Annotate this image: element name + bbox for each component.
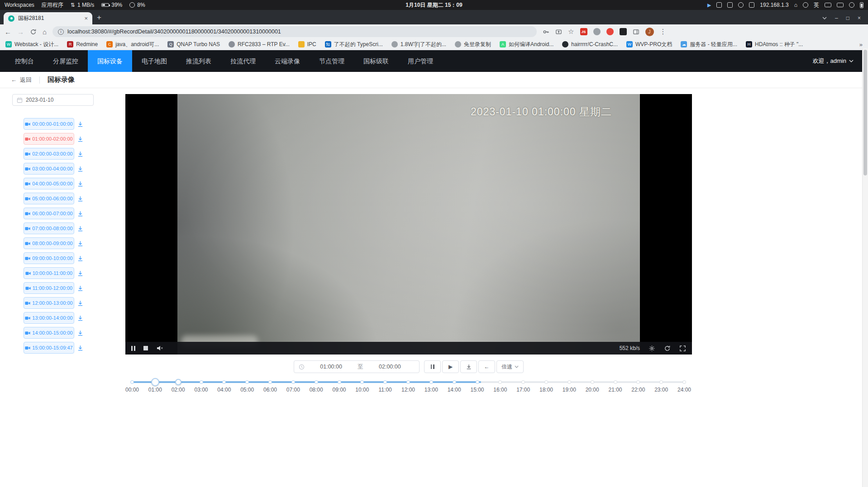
segment-download-icon[interactable] <box>77 330 84 336</box>
side-panel-icon[interactable] <box>633 28 639 35</box>
nav-item[interactable]: 云端录像 <box>265 50 310 72</box>
volume-icon[interactable] <box>849 2 854 8</box>
range-end-time[interactable]: 02:00:00 <box>365 364 415 370</box>
bookmark-item[interactable]: ☁ 服务器 - 轻量应用... <box>681 41 737 48</box>
segment-button[interactable]: 02:00:00-03:00:00 <box>24 148 74 160</box>
bookmark-item[interactable]: A 如何编译Android... <box>500 41 553 48</box>
workspaces-button[interactable]: Workspaces <box>5 2 34 8</box>
tab-close-icon[interactable]: × <box>84 15 88 22</box>
browser-tab[interactable]: 国标28181 × <box>4 12 92 24</box>
timeline-hour-dot[interactable] <box>406 380 410 384</box>
fullscreen-icon[interactable] <box>679 345 686 352</box>
segment-download-icon[interactable] <box>77 151 84 157</box>
timeline-hour-dot[interactable] <box>636 380 640 384</box>
bookmark-item[interactable]: W Webstack - 设计... <box>5 41 58 48</box>
timeline-hour-dot[interactable] <box>591 380 594 384</box>
segment-download-icon[interactable] <box>77 300 84 307</box>
timeline-handle[interactable] <box>151 378 159 386</box>
nav-item[interactable]: 分屏监控 <box>43 50 88 72</box>
tab-search-icon[interactable] <box>822 17 827 19</box>
segment-button[interactable]: 01:00:00-02:00:00 <box>24 133 74 145</box>
window-minimize-button[interactable]: – <box>835 15 838 21</box>
segment-download-icon[interactable] <box>77 195 84 202</box>
timeline-hour-dot[interactable] <box>568 380 571 384</box>
ip-address[interactable]: 192.168.1.3 <box>760 2 788 8</box>
segment-download-icon[interactable] <box>77 285 84 292</box>
recorder-icon[interactable] <box>738 2 744 8</box>
segment-download-icon[interactable] <box>77 345 84 351</box>
nav-item[interactable]: 用户管理 <box>398 50 443 72</box>
bookmark-item[interactable]: R Redmine <box>67 41 98 47</box>
segment-button[interactable]: 08:00:00-09:00:00 <box>24 237 74 249</box>
timeline-hour-dot[interactable] <box>498 380 502 384</box>
clock[interactable]: 1月10日 星期二 15：09 <box>405 1 462 9</box>
share-icon[interactable] <box>555 28 562 35</box>
bookmark-item[interactable]: 免登录复制 <box>455 41 491 48</box>
segment-download-icon[interactable] <box>77 121 84 128</box>
nav-item[interactable]: 国标设备 <box>88 50 132 72</box>
profile-avatar[interactable]: J <box>645 28 654 36</box>
segment-download-icon[interactable] <box>77 240 84 247</box>
password-key-icon[interactable] <box>543 28 549 35</box>
bookmarks-overflow-icon[interactable]: » <box>859 41 863 48</box>
screenshot-icon[interactable] <box>716 2 722 8</box>
bookmark-item[interactable]: RFC2833 – RTP Ev... <box>229 41 290 47</box>
segment-button[interactable]: 13:00:00-14:00:00 <box>24 312 74 324</box>
clipboard-icon[interactable] <box>727 2 733 8</box>
timeline-hour-dot[interactable] <box>682 380 686 384</box>
address-bar[interactable]: i localhost:38080/#/gbRecordDetail/34020… <box>52 26 537 37</box>
bookmark-item[interactable]: 1.8W字|了不起的... <box>391 41 446 48</box>
bookmark-item[interactable]: C java、android可... <box>106 41 159 48</box>
browser-home-button[interactable]: ⌂ <box>43 28 47 36</box>
timeline-hour-dot[interactable] <box>453 380 456 384</box>
range-start-time[interactable]: 01:00:00 <box>306 364 356 370</box>
segment-button[interactable]: 10:00:00-11:00:00 <box>24 267 74 279</box>
segment-download-icon[interactable] <box>77 180 84 187</box>
speed-button[interactable]: 倍速 <box>496 360 524 373</box>
chat-icon[interactable] <box>803 2 808 8</box>
window-maximize-button[interactable]: □ <box>846 15 849 21</box>
download-button[interactable] <box>460 360 477 373</box>
segment-button[interactable]: 12:00:00-13:00:00 <box>24 297 74 309</box>
bookmark-item[interactable]: W WVP-PRO文档 <box>626 41 672 48</box>
input-method-indicator[interactable]: 英 <box>814 1 819 9</box>
segment-download-icon[interactable] <box>77 255 84 262</box>
timeline-hour-dot[interactable] <box>245 380 249 384</box>
nav-item[interactable]: 国标级联 <box>354 50 398 72</box>
nav-item[interactable]: 节点管理 <box>310 50 354 72</box>
tools-icon[interactable] <box>749 2 754 8</box>
page-scrollbar[interactable] <box>862 48 868 487</box>
bookmark-item[interactable]: hairrrrr/C-CrashC... <box>562 41 618 47</box>
timeline-hour-dot[interactable] <box>614 380 617 384</box>
stop-icon[interactable] <box>143 346 148 350</box>
browser-reload-button[interactable] <box>30 28 37 35</box>
timeline-hour-dot[interactable] <box>476 380 479 384</box>
display-icon[interactable] <box>837 3 844 7</box>
timeline-available-range[interactable] <box>132 381 481 383</box>
user-menu[interactable]: 欢迎，admin <box>813 57 863 65</box>
segment-button[interactable]: 06:00:00-07:00:00 <box>24 208 74 219</box>
segment-button[interactable]: 03:00:00-04:00:00 <box>24 163 74 175</box>
segment-button[interactable]: 15:00:00-15:09:47 <box>24 342 74 354</box>
timeline-hour-dot[interactable] <box>383 380 387 384</box>
timeline-hour-dot[interactable] <box>360 380 364 384</box>
segment-download-icon[interactable] <box>77 225 84 232</box>
extension-icon[interactable] <box>593 28 601 35</box>
timeline-hour-dot[interactable] <box>268 380 272 384</box>
timeline-hour-dot[interactable] <box>291 380 295 384</box>
time-range-input[interactable]: 01:00:00 至 02:00:00 <box>294 360 420 373</box>
timeline-hour-dot[interactable] <box>659 380 663 384</box>
rewind-button[interactable]: ← <box>478 360 495 373</box>
keyboard-icon[interactable] <box>825 3 831 7</box>
scrollbar-thumb[interactable] <box>863 50 867 175</box>
back-button[interactable]: ← 返回 <box>11 76 32 84</box>
timeline-hour-dot[interactable] <box>544 380 548 384</box>
segment-button[interactable]: 14:00:00-15:00:00 <box>24 327 74 339</box>
extension-icon[interactable] <box>620 28 627 35</box>
segment-button[interactable]: 11:00:00-12:00:00 <box>24 282 74 294</box>
timeline-handle[interactable] <box>175 379 181 385</box>
browser-back-button[interactable]: ← <box>5 28 11 36</box>
refresh-icon[interactable] <box>664 345 671 352</box>
nav-item[interactable]: 电子地图 <box>132 50 176 72</box>
extension-icon[interactable] <box>606 28 614 35</box>
